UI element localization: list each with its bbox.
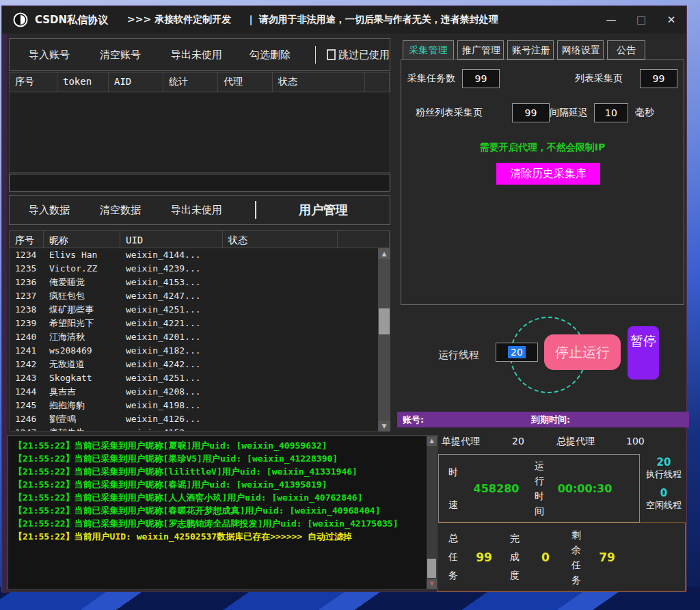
minimize-icon[interactable]: — <box>596 14 626 26</box>
task-count-label: 采集任务数 <box>407 72 455 85</box>
toolbar-divider <box>255 201 256 219</box>
column-header[interactable]: 序号 <box>10 231 44 248</box>
clear-accounts-button[interactable]: 清空账号 <box>100 49 141 62</box>
remain-task-value: 79 <box>582 551 632 564</box>
table-cell: weixin_4198... <box>120 399 223 412</box>
table-cell <box>223 412 377 426</box>
table-cell: 疯狂包包 <box>44 289 120 303</box>
table-row[interactable]: 1238煤矿那些事weixin_4251... <box>10 303 377 317</box>
table-row[interactable]: 1243Skogkattweixin_4251... <box>10 371 377 385</box>
tab-announcement[interactable]: 公告 <box>607 40 645 59</box>
skip-used-checkbox[interactable] <box>327 49 336 60</box>
column-header[interactable]: 序号 <box>10 72 57 92</box>
table-cell: weixin_4247... <box>120 289 223 303</box>
scroll-down-icon[interactable]: ▼ <box>378 421 390 432</box>
tab-account-register[interactable]: 账号注册 <box>507 40 554 59</box>
runtime-value: 00:00:30 <box>546 482 624 495</box>
skip-used-label: 跳过已使用 <box>338 49 390 62</box>
table-cell: 煤矿那些事 <box>44 303 120 317</box>
delay-input[interactable]: 10 <box>594 103 628 122</box>
log-scrollbar[interactable]: ▲ ▼ <box>427 436 437 589</box>
import-data-button[interactable]: 导入数据 <box>29 204 70 217</box>
user-table-body: 1234Elivs Hanweixin_4144...1235Victor.ZZ… <box>9 248 390 432</box>
expire-time-label: 到期时间: <box>531 414 570 426</box>
table-row[interactable]: 1247唐朝先生weixin_4152... <box>10 426 377 432</box>
table-cell: Skogkatt <box>44 371 120 385</box>
account-table-body <box>9 92 390 173</box>
log-line: 【21:55:22】当前已采集到用户昵称[果珍V5]用户uid: [weixin… <box>14 452 422 465</box>
column-header[interactable]: 统计 <box>163 72 218 92</box>
table-cell: Victor.ZZ <box>44 262 120 276</box>
log-output[interactable]: 【21:55:22】当前已采集到用户昵称[夏唳]用户uid: [weixin_4… <box>8 435 438 590</box>
window-title: CSDN私信协议 <box>35 14 108 27</box>
tab-collect-management[interactable]: 采集管理 <box>403 40 454 59</box>
table-row[interactable]: 1246劉壹鳴weixin_4126... <box>10 412 377 426</box>
table-cell: weixin_4201... <box>120 330 223 344</box>
tab-network-settings[interactable]: 网络设置 <box>557 40 604 59</box>
right-tab-bar: 采集管理 推广管理 账号注册 网络设置 公告 <box>403 40 645 59</box>
table-row[interactable]: 1236俺爱睡觉weixin_4153... <box>10 276 377 289</box>
table-cell: 抱抱海豹 <box>44 399 120 412</box>
table-cell: 俺爱睡觉 <box>44 276 120 289</box>
table-cell <box>223 371 377 385</box>
table-row[interactable]: 1237疯狂包包weixin_4247... <box>10 289 377 303</box>
table-cell: 1247 <box>10 426 44 432</box>
user-management-button[interactable]: 用户管理 <box>299 202 348 218</box>
scrollbar-thumb[interactable] <box>379 308 390 334</box>
fans-page-input[interactable]: 99 <box>512 103 550 122</box>
column-header[interactable]: AID <box>109 72 163 92</box>
table-cell <box>223 303 377 317</box>
log-line: 【21:55:22】当前用户UID: weixin_42502537数据库已存在… <box>14 530 422 543</box>
column-header[interactable]: UID <box>120 231 223 248</box>
list-page-input[interactable]: 99 <box>640 69 677 88</box>
clear-history-button[interactable]: 清除历史采集库 <box>496 163 600 185</box>
table-row[interactable]: 1234Elivs Hanweixin_4144... <box>10 248 377 262</box>
export-unused-data-button[interactable]: 导出未使用 <box>171 204 222 217</box>
maximize-icon[interactable]: □ <box>626 14 656 26</box>
table-cell: weixin_4239... <box>120 262 223 276</box>
column-header[interactable]: 状态 <box>273 72 365 92</box>
clear-data-button[interactable]: 清空数据 <box>100 204 141 217</box>
export-unused-accounts-button[interactable]: 导出未使用 <box>171 49 222 62</box>
task-count-input[interactable]: 99 <box>462 69 500 88</box>
scroll-down-icon[interactable]: ▼ <box>427 579 437 589</box>
user-table-scrollbar[interactable]: ▲ ▼ <box>378 248 390 432</box>
table-row[interactable]: 1242无敌道道weixin_4242... <box>10 358 377 371</box>
column-header[interactable]: 状态 <box>223 231 338 248</box>
scroll-up-icon[interactable]: ▲ <box>378 248 390 259</box>
table-row[interactable]: 1240江海清秋weixin_4201... <box>10 330 377 344</box>
fans-page-label: 粉丝列表采集页 <box>416 107 483 119</box>
total-task-value: 99 <box>459 551 509 564</box>
single-proxy-label: 单提代理 <box>442 436 480 448</box>
column-header[interactable]: token <box>57 72 109 92</box>
log-line: 【21:55:22】当前已采集到用户昵称[人人酒窖小玖]用户uid: [weix… <box>14 491 422 504</box>
account-table-header: 序号 token AID 统计 代理 状态 <box>9 72 390 92</box>
table-cell: ws208469 <box>44 344 120 358</box>
done-value: 0 <box>521 551 570 564</box>
column-header[interactable]: 昵称 <box>44 231 120 248</box>
check-delete-button[interactable]: 勾选删除 <box>250 49 291 62</box>
done-label: 完成度 <box>509 529 521 585</box>
thread-count-input[interactable]: 20 <box>496 343 538 362</box>
table-cell: 劉壹鳴 <box>44 412 120 426</box>
app-window: CSDN私信协议 >>> 承接软件定制开发 ｜ 请勿用于非法用途，一切后果与作者… <box>1 5 687 592</box>
exec-thread-value: 20 <box>641 456 687 468</box>
scrollbar-thumb[interactable] <box>427 559 436 578</box>
scroll-up-icon[interactable]: ▲ <box>427 436 437 446</box>
table-cell: 1239 <box>10 317 44 330</box>
table-row[interactable]: 1239希望阳光下weixin_4221... <box>10 317 377 330</box>
stop-run-button[interactable]: 停止运行 <box>544 334 621 370</box>
import-accounts-button[interactable]: 导入账号 <box>29 49 70 62</box>
table-row[interactable]: 1245抱抱海豹weixin_4198... <box>10 399 377 412</box>
table-row[interactable]: 1244臭吉吉weixin_4208... <box>10 385 377 399</box>
table-row[interactable]: 1241ws208469weixin_4182... <box>10 344 377 358</box>
status-strip-input[interactable] <box>9 174 390 191</box>
tab-promotion-management[interactable]: 推广管理 <box>457 40 504 59</box>
task-stats-box: 总任务 99 完成度 0 剩余任务 79 <box>437 522 686 592</box>
close-icon[interactable]: ✕ <box>656 14 686 26</box>
column-header[interactable]: 代理 <box>218 72 273 92</box>
pause-button[interactable]: 暂停 <box>628 326 659 380</box>
remain-task-label: 剩余任务 <box>570 527 582 587</box>
window-tagline: >>> 承接软件定制开发 <box>127 14 231 26</box>
table-row[interactable]: 1235Victor.ZZweixin_4239... <box>10 262 377 276</box>
